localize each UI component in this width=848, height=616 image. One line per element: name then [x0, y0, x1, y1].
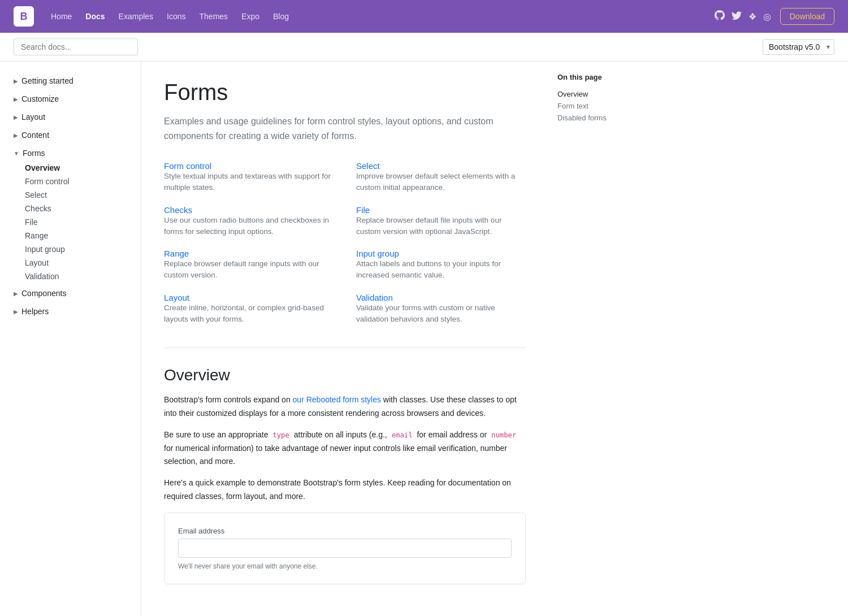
- nav-examples[interactable]: Examples: [113, 8, 159, 24]
- card-layout-title[interactable]: Layout: [164, 293, 189, 302]
- sidebar: ▶ Getting started ▶ Customize ▶ Layout ▶…: [0, 62, 141, 616]
- social-icons: ❖ ◎: [715, 10, 771, 23]
- nav-blog[interactable]: Blog: [267, 8, 295, 24]
- nav-home[interactable]: Home: [45, 8, 77, 24]
- card-layout: Layout Create inline, horizontal, or com…: [164, 293, 334, 326]
- example-email-input[interactable]: [178, 539, 512, 558]
- twitter-icon[interactable]: [732, 10, 742, 23]
- chevron-right-icon: ▶: [14, 132, 18, 138]
- toc: On this page Overview Form text Disabled…: [548, 62, 661, 616]
- sidebar-item-select[interactable]: Select: [20, 188, 132, 202]
- card-input-group-title[interactable]: Input group: [356, 249, 399, 258]
- card-select-title[interactable]: Select: [356, 161, 380, 171]
- chevron-down-icon: ▼: [14, 150, 19, 157]
- card-form-control-desc: Style textual inputs and textareas with …: [164, 171, 334, 194]
- github-icon[interactable]: [715, 10, 725, 23]
- card-file-title[interactable]: File: [356, 205, 370, 215]
- card-range-title[interactable]: Range: [164, 249, 189, 258]
- sidebar-section-forms: ▼ Forms Overview Form control Select Che…: [9, 145, 132, 283]
- version-select[interactable]: Bootstrap v5.0 Bootstrap v4.6: [763, 39, 834, 55]
- toc-item-overview[interactable]: Overview: [557, 88, 652, 100]
- overview-para2-prefix: Be sure to use an appropriate: [164, 430, 270, 439]
- page-title: Forms: [164, 80, 526, 105]
- card-input-group: Input group Attach labels and buttons to…: [356, 249, 526, 281]
- sidebar-section-label: Components: [21, 289, 66, 298]
- sidebar-section-helpers: ▶ Helpers: [9, 303, 132, 319]
- toc-item-disabled-forms[interactable]: Disabled forms: [557, 112, 652, 124]
- search-input[interactable]: [14, 38, 138, 55]
- sidebar-section-content: ▶ Content: [9, 127, 132, 143]
- sidebar-section-header-helpers[interactable]: ▶ Helpers: [9, 303, 132, 319]
- download-button[interactable]: Download: [780, 8, 834, 25]
- brand-letter: B: [20, 11, 28, 23]
- overview-title: Overview: [164, 366, 526, 384]
- nav-links: Home Docs Examples Icons Themes Expo Blo…: [45, 8, 715, 24]
- sidebar-section-layout: ▶ Layout: [9, 109, 132, 125]
- example-box: Email address We'll never share your ema…: [164, 513, 526, 584]
- sidebar-section-customize: ▶ Customize: [9, 91, 132, 107]
- nav-themes[interactable]: Themes: [194, 8, 234, 24]
- overview-para2-mid2: for email address or: [415, 430, 490, 439]
- card-layout-desc: Create inline, horizontal, or complex gr…: [164, 302, 334, 326]
- slack-icon[interactable]: ◎: [763, 11, 771, 22]
- sidebar-section-header-components[interactable]: ▶ Components: [9, 285, 132, 301]
- main-layout: ▶ Getting started ▶ Customize ▶ Layout ▶…: [0, 62, 848, 616]
- card-form-control: Form control Style textual inputs and te…: [164, 161, 334, 194]
- sidebar-section-header-customize[interactable]: ▶ Customize: [9, 91, 132, 107]
- chevron-right-icon: ▶: [14, 96, 18, 102]
- nav-expo[interactable]: Expo: [236, 8, 265, 24]
- brand-logo[interactable]: B: [14, 6, 34, 27]
- opencollective-icon[interactable]: ❖: [749, 11, 756, 22]
- sidebar-item-validation[interactable]: Validation: [20, 270, 132, 283]
- card-checks-title[interactable]: Checks: [164, 205, 192, 215]
- sidebar-section-label: Customize: [21, 94, 59, 103]
- sidebar-section-header-getting-started[interactable]: ▶ Getting started: [9, 73, 132, 89]
- sidebar-section-header-forms[interactable]: ▼ Forms: [9, 145, 132, 161]
- sidebar-forms-items: Overview Form control Select Checks File…: [9, 161, 132, 283]
- card-checks: Checks Use our custom radio buttons and …: [164, 205, 334, 238]
- chevron-right-icon: ▶: [14, 309, 18, 315]
- overview-para2-suffix: for numerical information) to take advan…: [164, 444, 507, 466]
- search-bar-row: Bootstrap v5.0 Bootstrap v4.6: [0, 33, 848, 62]
- card-checks-desc: Use our custom radio buttons and checkbo…: [164, 215, 334, 238]
- sidebar-section-header-content[interactable]: ▶ Content: [9, 127, 132, 143]
- number-code: number: [489, 430, 518, 440]
- navbar: B Home Docs Examples Icons Themes Expo B…: [0, 0, 848, 33]
- card-form-control-title[interactable]: Form control: [164, 161, 211, 171]
- card-file-desc: Replace browser default file inputs with…: [356, 215, 526, 238]
- sidebar-section-header-layout[interactable]: ▶ Layout: [9, 109, 132, 125]
- chevron-right-icon: ▶: [14, 78, 18, 84]
- sidebar-section-label: Content: [21, 131, 49, 140]
- card-range: Range Replace browser default range inpu…: [164, 249, 334, 281]
- sidebar-item-range[interactable]: Range: [20, 229, 132, 242]
- sidebar-section-label: Helpers: [21, 307, 49, 316]
- sidebar-section-label: Getting started: [21, 76, 73, 85]
- nav-icons[interactable]: Icons: [161, 8, 191, 24]
- example-email-label: Email address: [178, 527, 512, 535]
- sidebar-section-label: Layout: [21, 112, 45, 122]
- card-validation-desc: Validate your forms with custom or nativ…: [356, 302, 526, 326]
- nav-docs[interactable]: Docs: [80, 8, 110, 24]
- sidebar-item-input-group[interactable]: Input group: [20, 242, 132, 256]
- toc-title: On this page: [557, 73, 652, 81]
- card-select-desc: Improve browser default select elements …: [356, 171, 526, 194]
- sidebar-item-layout[interactable]: Layout: [20, 256, 132, 270]
- card-validation-title[interactable]: Validation: [356, 293, 393, 302]
- overview-para3: Here's a quick example to demonstrate Bo…: [164, 476, 526, 504]
- card-range-desc: Replace browser default range inputs wit…: [164, 258, 334, 281]
- overview-para1-prefix: Bootstrap's form controls expand on: [164, 395, 293, 404]
- sidebar-section-label: Forms: [23, 149, 45, 158]
- overview-para1: Bootstrap's form controls expand on our …: [164, 393, 526, 420]
- sidebar-item-overview[interactable]: Overview: [20, 161, 132, 175]
- rebooted-link[interactable]: our Rebooted form styles: [293, 395, 381, 404]
- sidebar-item-form-control[interactable]: Form control: [20, 175, 132, 188]
- sidebar-section-components: ▶ Components: [9, 285, 132, 301]
- card-file: File Replace browser default file inputs…: [356, 205, 526, 238]
- sidebar-item-checks[interactable]: Checks: [20, 202, 132, 215]
- type-code: type: [270, 430, 292, 440]
- overview-para2: Be sure to use an appropriate type attri…: [164, 428, 526, 468]
- sidebar-item-file[interactable]: File: [20, 215, 132, 229]
- toc-item-form-text[interactable]: Form text: [557, 100, 652, 112]
- card-input-group-desc: Attach labels and buttons to your inputs…: [356, 258, 526, 281]
- sidebar-section-getting-started: ▶ Getting started: [9, 73, 132, 89]
